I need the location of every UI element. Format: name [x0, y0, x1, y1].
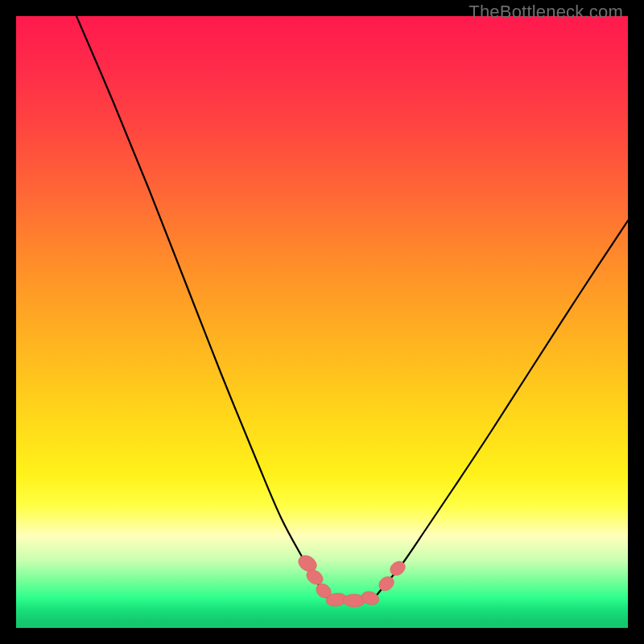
valley-markers	[295, 552, 408, 608]
valley-marker-6	[376, 574, 397, 594]
watermark-text: TheBottleneck.com	[469, 2, 623, 23]
chart-frame	[16, 16, 628, 628]
curve-left-curve	[76, 16, 328, 599]
bottleneck-curve	[76, 16, 628, 601]
curve-right-curve	[374, 221, 628, 599]
chart-svg	[16, 16, 628, 628]
